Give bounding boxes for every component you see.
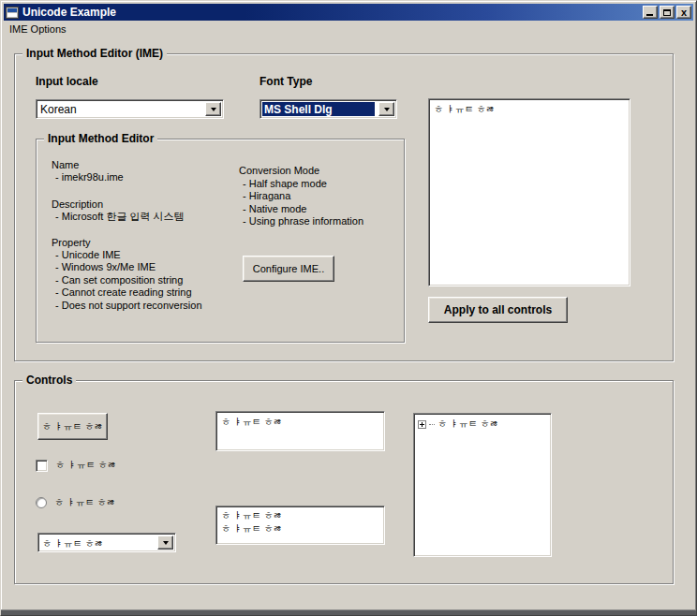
- edit-multi-line: ㅎ ㅑㅠㅌ ㅎㅀ: [216, 506, 384, 522]
- sample-combobox[interactable]: ㅎ ㅑㅠㅌ ㅎㅀ: [37, 533, 176, 552]
- sample-checkbox[interactable]: ㅎ ㅑㅠㅌ ㅎㅀ: [36, 459, 117, 472]
- conversion-mode-label: Conversion Mode: [239, 165, 319, 177]
- ime-editor-group-title: Input Method Editor: [44, 132, 157, 145]
- property-label: Property: [52, 237, 91, 249]
- font-type-combobox[interactable]: MS Shell Dlg: [260, 99, 397, 119]
- input-locale-label: Input locale: [36, 75, 98, 88]
- sample-edit-multi[interactable]: ㅎ ㅑㅠㅌ ㅎㅀ ㅎ ㅑㅠㅌ ㅎㅀ: [215, 506, 385, 545]
- conversion-item: - Using phrase information: [243, 215, 363, 227]
- input-locale-dropdown-button[interactable]: [205, 102, 221, 116]
- property-item: - Windows 9x/Me IME: [55, 261, 156, 273]
- font-type-label: Font Type: [260, 75, 312, 88]
- edit-multi-line: ㅎ ㅑㅠㅌ ㅎㅀ: [216, 522, 384, 535]
- chevron-down-icon: [384, 108, 390, 111]
- sample-combobox-dropdown-button[interactable]: [157, 535, 173, 550]
- tree-item-label: ㅎ ㅑㅠㅌ ㅎㅀ: [437, 418, 499, 431]
- maximize-button[interactable]: [660, 6, 675, 19]
- property-item: - Can set composition string: [55, 274, 183, 286]
- conversion-item: - Hiragana: [243, 190, 290, 202]
- ime-preview-textarea[interactable]: ㅎ ㅑㅠㅌ ㅎㅀ: [428, 98, 630, 286]
- window-title: Unicode Example: [22, 6, 643, 19]
- property-item: - Cannot create reading string: [55, 286, 192, 299]
- window-bottom-border: [1, 609, 696, 615]
- sample-button[interactable]: ㅎ ㅑㅠㅌ ㅎㅀ: [37, 413, 108, 440]
- property-item: - Does not support reconversion: [55, 300, 202, 312]
- minimize-button[interactable]: [643, 6, 658, 19]
- ime-preview-text: ㅎ ㅑㅠㅌ ㅎㅀ: [429, 99, 630, 116]
- ime-group-title: Input Method Editor (IME): [22, 47, 167, 60]
- window-controls: x: [643, 6, 691, 19]
- ime-editor-group: Input Method Editor Name - imekr98u.ime …: [36, 139, 405, 343]
- checkbox-icon[interactable]: [36, 460, 48, 472]
- name-value: - imekr98u.ime: [55, 171, 124, 183]
- window-titlebar: Unicode Example x: [4, 4, 693, 21]
- conversion-item: - Half shape mode: [243, 178, 327, 190]
- radio-label: ㅎ ㅑㅠㅌ ㅎㅀ: [54, 496, 116, 509]
- menu-item-ime-options[interactable]: IME Options: [4, 22, 72, 37]
- configure-ime-button[interactable]: Configure IME..: [243, 256, 334, 282]
- maximize-icon: [663, 9, 671, 16]
- sample-radio[interactable]: ㅎ ㅑㅠㅌ ㅎㅀ: [36, 496, 116, 509]
- tree-expand-plus-icon[interactable]: [418, 420, 426, 429]
- font-type-value: MS Shell Dlg: [262, 102, 375, 116]
- sample-edit-single[interactable]: ㅎ ㅑㅠㅌ ㅎㅀ: [215, 411, 385, 451]
- tree-connector: [429, 424, 435, 425]
- input-locale-combobox[interactable]: Korean: [36, 99, 224, 119]
- minimize-icon: [646, 14, 653, 16]
- checkbox-label: ㅎ ㅑㅠㅌ ㅎㅀ: [55, 459, 117, 472]
- name-label: Name: [52, 159, 79, 171]
- description-value: - Microsoft 한글 입력 시스템: [55, 211, 185, 223]
- controls-group-title: Controls: [22, 374, 76, 387]
- sample-edit-single-text: ㅎ ㅑㅠㅌ ㅎㅀ: [216, 412, 384, 429]
- radio-icon[interactable]: [36, 497, 47, 508]
- apply-all-button[interactable]: Apply to all controls: [428, 297, 568, 323]
- app-icon: [6, 7, 19, 19]
- chevron-down-icon: [211, 108, 216, 111]
- description-label: Description: [52, 198, 103, 211]
- menubar: IME Options: [4, 21, 693, 37]
- controls-group: Controls ㅎ ㅑㅠㅌ ㅎㅀ ㅎ ㅑㅠㅌ ㅎㅀ ㅎ ㅑㅠㅌ ㅎㅀ ㅎ ㅑㅠ…: [14, 380, 674, 584]
- close-button[interactable]: x: [676, 6, 691, 19]
- close-icon: x: [681, 7, 687, 17]
- tree-item[interactable]: ㅎ ㅑㅠㅌ ㅎㅀ: [414, 414, 551, 431]
- window: Unicode Example x IME Options Input Meth…: [0, 0, 697, 616]
- chevron-down-icon: [163, 541, 169, 545]
- input-locale-value: Korean: [37, 100, 203, 118]
- conversion-item: - Native mode: [243, 203, 306, 215]
- ime-group: Input Method Editor (IME) Input locale K…: [14, 53, 674, 361]
- property-item: - Unicode IME: [55, 249, 121, 261]
- sample-treeview[interactable]: ㅎ ㅑㅠㅌ ㅎㅀ: [413, 413, 552, 557]
- font-type-dropdown-button[interactable]: [378, 102, 394, 116]
- sample-combobox-value: ㅎ ㅑㅠㅌ ㅎㅀ: [38, 534, 156, 551]
